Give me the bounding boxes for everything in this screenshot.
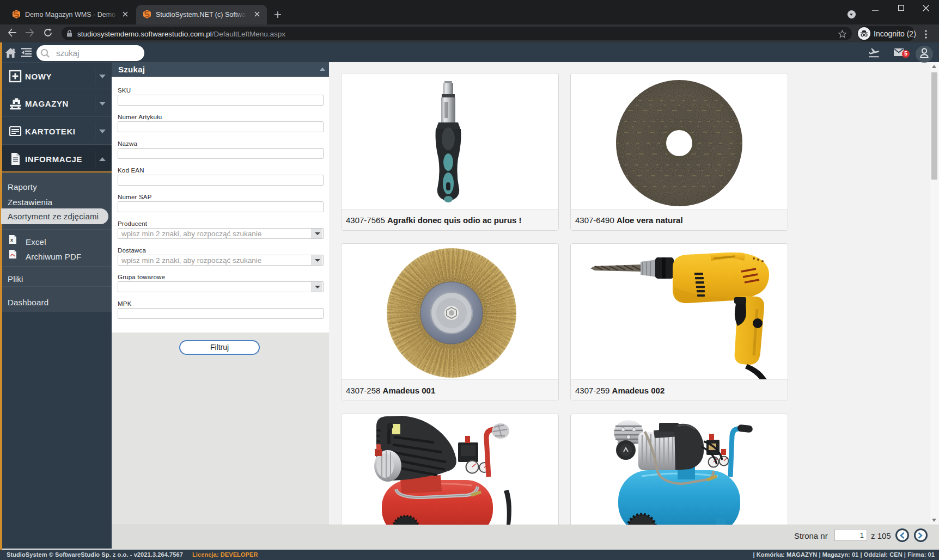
svg-text:x: x bbox=[10, 237, 13, 243]
